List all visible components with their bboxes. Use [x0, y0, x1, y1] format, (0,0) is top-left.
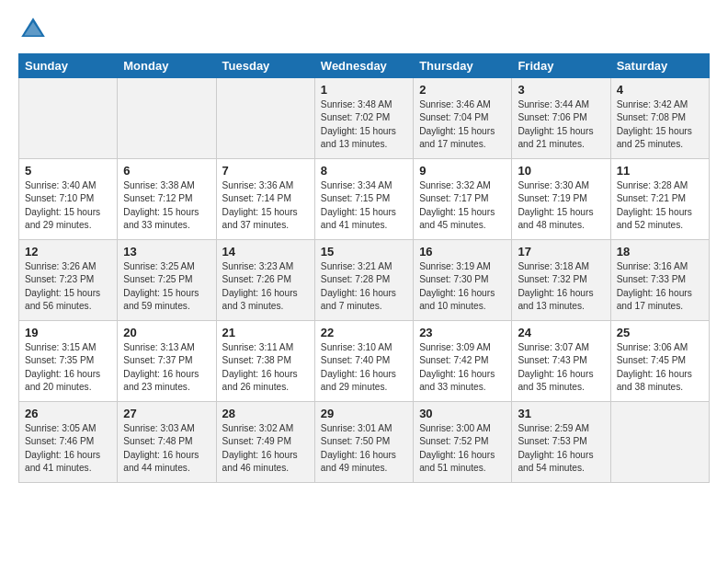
- header-thursday: Thursday: [414, 54, 512, 78]
- calendar-cell: 25 Sunrise: 3:06 AMSunset: 7:45 PMDaylig…: [610, 321, 709, 402]
- header-sunday: Sunday: [19, 54, 118, 78]
- day-number: 21: [222, 326, 309, 339]
- day-info: Sunrise: 3:15 AMSunset: 7:35 PMDaylight:…: [25, 342, 100, 392]
- day-info: Sunrise: 3:00 AMSunset: 7:52 PMDaylight:…: [419, 423, 495, 473]
- day-number: 24: [518, 326, 604, 339]
- day-info: Sunrise: 3:13 AMSunset: 7:37 PMDaylight:…: [123, 342, 199, 392]
- day-info: Sunrise: 3:48 AMSunset: 7:02 PMDaylight:…: [321, 99, 396, 149]
- header-monday: Monday: [118, 54, 216, 78]
- calendar-table: SundayMondayTuesdayWednesdayThursdayFrid…: [18, 53, 710, 483]
- calendar-cell: 2 Sunrise: 3:46 AMSunset: 7:04 PMDayligh…: [414, 78, 512, 159]
- day-number: 29: [321, 407, 407, 420]
- day-info: Sunrise: 3:11 AMSunset: 7:38 PMDaylight:…: [222, 342, 298, 392]
- day-number: 26: [25, 407, 111, 420]
- day-info: Sunrise: 3:21 AMSunset: 7:28 PMDaylight:…: [321, 261, 396, 311]
- day-info: Sunrise: 3:26 AMSunset: 7:23 PMDaylight:…: [25, 261, 100, 311]
- day-number: 22: [321, 326, 407, 339]
- day-info: Sunrise: 3:28 AMSunset: 7:21 PMDaylight:…: [617, 180, 692, 230]
- header-saturday: Saturday: [610, 54, 709, 78]
- day-number: 14: [222, 245, 309, 259]
- header-tuesday: Tuesday: [216, 54, 314, 78]
- calendar-cell: 14 Sunrise: 3:23 AMSunset: 7:26 PMDaylig…: [216, 240, 314, 321]
- calendar-cell: [216, 78, 314, 159]
- calendar-cell: 17 Sunrise: 3:18 AMSunset: 7:32 PMDaylig…: [512, 240, 610, 321]
- logo-icon: [18, 15, 48, 44]
- day-info: Sunrise: 3:38 AMSunset: 7:12 PMDaylight:…: [123, 180, 199, 230]
- day-number: 23: [419, 326, 506, 339]
- calendar-body: 1 Sunrise: 3:48 AMSunset: 7:02 PMDayligh…: [19, 78, 710, 483]
- header-wednesday: Wednesday: [314, 54, 413, 78]
- day-number: 30: [419, 407, 506, 420]
- calendar-cell: 26 Sunrise: 3:05 AMSunset: 7:46 PMDaylig…: [19, 402, 118, 483]
- day-number: 5: [25, 164, 111, 178]
- calendar-cell: 9 Sunrise: 3:32 AMSunset: 7:17 PMDayligh…: [414, 159, 512, 240]
- day-number: 17: [518, 245, 604, 259]
- day-number: 3: [518, 83, 604, 97]
- day-number: 1: [321, 83, 407, 97]
- calendar-cell: 5 Sunrise: 3:40 AMSunset: 7:10 PMDayligh…: [19, 159, 118, 240]
- day-number: 7: [222, 164, 309, 178]
- day-number: 20: [123, 326, 210, 339]
- calendar-cell: 30 Sunrise: 3:00 AMSunset: 7:52 PMDaylig…: [414, 402, 512, 483]
- day-number: 11: [617, 164, 703, 178]
- day-number: 25: [617, 326, 703, 339]
- calendar-cell: 20 Sunrise: 3:13 AMSunset: 7:37 PMDaylig…: [118, 321, 216, 402]
- day-number: 9: [419, 164, 506, 178]
- day-info: Sunrise: 3:07 AMSunset: 7:43 PMDaylight:…: [518, 342, 593, 392]
- calendar-cell: [610, 402, 709, 483]
- day-info: Sunrise: 3:42 AMSunset: 7:08 PMDaylight:…: [617, 99, 692, 149]
- day-info: Sunrise: 3:03 AMSunset: 7:48 PMDaylight:…: [123, 423, 199, 473]
- week-row-4: 19 Sunrise: 3:15 AMSunset: 7:35 PMDaylig…: [19, 321, 710, 402]
- day-info: Sunrise: 3:06 AMSunset: 7:45 PMDaylight:…: [617, 342, 692, 392]
- page: SundayMondayTuesdayWednesdayThursdayFrid…: [0, 0, 728, 492]
- day-number: 27: [123, 407, 210, 420]
- day-info: Sunrise: 3:32 AMSunset: 7:17 PMDaylight:…: [419, 180, 495, 230]
- calendar-cell: 24 Sunrise: 3:07 AMSunset: 7:43 PMDaylig…: [512, 321, 610, 402]
- day-number: 2: [419, 83, 506, 97]
- calendar-cell: 8 Sunrise: 3:34 AMSunset: 7:15 PMDayligh…: [314, 159, 413, 240]
- calendar-cell: 16 Sunrise: 3:19 AMSunset: 7:30 PMDaylig…: [414, 240, 512, 321]
- calendar-header: SundayMondayTuesdayWednesdayThursdayFrid…: [19, 54, 710, 78]
- week-row-2: 5 Sunrise: 3:40 AMSunset: 7:10 PMDayligh…: [19, 159, 710, 240]
- day-number: 31: [518, 407, 604, 420]
- calendar-cell: 22 Sunrise: 3:10 AMSunset: 7:40 PMDaylig…: [314, 321, 413, 402]
- day-info: Sunrise: 3:36 AMSunset: 7:14 PMDaylight:…: [222, 180, 298, 230]
- calendar-cell: 19 Sunrise: 3:15 AMSunset: 7:35 PMDaylig…: [19, 321, 118, 402]
- day-info: Sunrise: 3:02 AMSunset: 7:49 PMDaylight:…: [222, 423, 298, 473]
- calendar-cell: 1 Sunrise: 3:48 AMSunset: 7:02 PMDayligh…: [314, 78, 413, 159]
- calendar-cell: [118, 78, 216, 159]
- calendar-cell: 18 Sunrise: 3:16 AMSunset: 7:33 PMDaylig…: [610, 240, 709, 321]
- calendar-cell: 13 Sunrise: 3:25 AMSunset: 7:25 PMDaylig…: [118, 240, 216, 321]
- header-row: SundayMondayTuesdayWednesdayThursdayFrid…: [19, 54, 710, 78]
- day-number: 18: [617, 245, 703, 259]
- day-number: 16: [419, 245, 506, 259]
- calendar-cell: 4 Sunrise: 3:42 AMSunset: 7:08 PMDayligh…: [610, 78, 709, 159]
- day-info: Sunrise: 3:30 AMSunset: 7:19 PMDaylight:…: [518, 180, 593, 230]
- week-row-3: 12 Sunrise: 3:26 AMSunset: 7:23 PMDaylig…: [19, 240, 710, 321]
- day-info: Sunrise: 3:44 AMSunset: 7:06 PMDaylight:…: [518, 99, 593, 149]
- day-info: Sunrise: 3:10 AMSunset: 7:40 PMDaylight:…: [321, 342, 396, 392]
- calendar-cell: 3 Sunrise: 3:44 AMSunset: 7:06 PMDayligh…: [512, 78, 610, 159]
- header: [18, 15, 710, 44]
- day-info: Sunrise: 3:16 AMSunset: 7:33 PMDaylight:…: [617, 261, 692, 311]
- week-row-5: 26 Sunrise: 3:05 AMSunset: 7:46 PMDaylig…: [19, 402, 710, 483]
- calendar-cell: 21 Sunrise: 3:11 AMSunset: 7:38 PMDaylig…: [216, 321, 314, 402]
- day-info: Sunrise: 3:18 AMSunset: 7:32 PMDaylight:…: [518, 261, 593, 311]
- day-number: 15: [321, 245, 407, 259]
- calendar-cell: 10 Sunrise: 3:30 AMSunset: 7:19 PMDaylig…: [512, 159, 610, 240]
- calendar-cell: 23 Sunrise: 3:09 AMSunset: 7:42 PMDaylig…: [414, 321, 512, 402]
- header-friday: Friday: [512, 54, 610, 78]
- logo: [18, 15, 51, 44]
- day-number: 19: [25, 326, 111, 339]
- calendar-cell: 15 Sunrise: 3:21 AMSunset: 7:28 PMDaylig…: [314, 240, 413, 321]
- day-info: Sunrise: 3:23 AMSunset: 7:26 PMDaylight:…: [222, 261, 298, 311]
- calendar-cell: 11 Sunrise: 3:28 AMSunset: 7:21 PMDaylig…: [610, 159, 709, 240]
- day-number: 10: [518, 164, 604, 178]
- day-info: Sunrise: 3:34 AMSunset: 7:15 PMDaylight:…: [321, 180, 396, 230]
- calendar-cell: 6 Sunrise: 3:38 AMSunset: 7:12 PMDayligh…: [118, 159, 216, 240]
- day-number: 12: [25, 245, 111, 259]
- day-info: Sunrise: 3:05 AMSunset: 7:46 PMDaylight:…: [25, 423, 100, 473]
- calendar-cell: 28 Sunrise: 3:02 AMSunset: 7:49 PMDaylig…: [216, 402, 314, 483]
- calendar-cell: 31 Sunrise: 2:59 AMSunset: 7:53 PMDaylig…: [512, 402, 610, 483]
- calendar-cell: [19, 78, 118, 159]
